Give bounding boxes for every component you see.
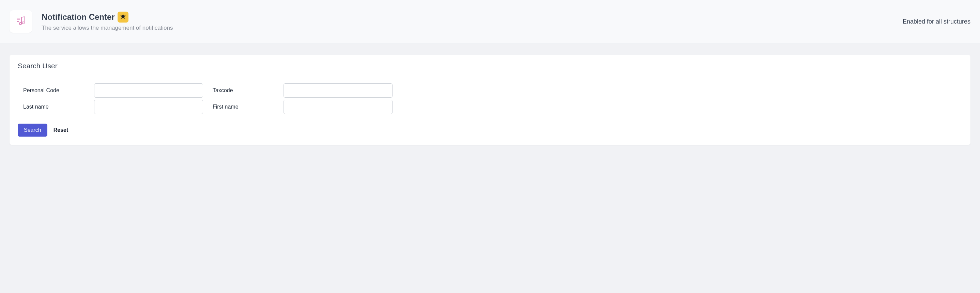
form-actions: Search Reset bbox=[18, 123, 962, 137]
search-button[interactable]: Search bbox=[18, 123, 48, 137]
form-grid: Personal Code Taxcode Last name First na… bbox=[23, 83, 962, 114]
content: Search User Personal Code Taxcode Last n… bbox=[0, 43, 980, 156]
header-left: Notification Center The service allows t… bbox=[10, 10, 173, 33]
star-icon bbox=[119, 13, 126, 21]
personal-code-input[interactable] bbox=[94, 83, 203, 98]
page-subtitle: The service allows the management of not… bbox=[41, 25, 173, 31]
header-titles: Notification Center The service allows t… bbox=[41, 11, 173, 31]
last-name-label: Last name bbox=[23, 104, 84, 110]
taxcode-input[interactable] bbox=[283, 83, 393, 98]
favorite-star-button[interactable] bbox=[118, 11, 129, 22]
scope-label: Enabled for all structures bbox=[903, 18, 970, 25]
page-title: Notification Center bbox=[41, 12, 115, 22]
reset-button[interactable]: Reset bbox=[54, 127, 68, 133]
first-name-label: First name bbox=[213, 104, 274, 110]
taxcode-label: Taxcode bbox=[213, 87, 274, 94]
page-header: Notification Center The service allows t… bbox=[0, 0, 980, 43]
card-body: Personal Code Taxcode Last name First na… bbox=[10, 77, 970, 145]
first-name-input[interactable] bbox=[283, 100, 393, 114]
last-name-input[interactable] bbox=[94, 100, 203, 114]
app-icon-box bbox=[10, 10, 32, 33]
personal-code-label: Personal Code bbox=[23, 87, 84, 94]
card-header: Search User bbox=[10, 55, 970, 77]
card-title: Search User bbox=[18, 62, 57, 70]
title-row: Notification Center bbox=[41, 11, 173, 22]
search-user-card: Search User Personal Code Taxcode Last n… bbox=[10, 55, 970, 145]
music-note-icon bbox=[15, 15, 27, 28]
